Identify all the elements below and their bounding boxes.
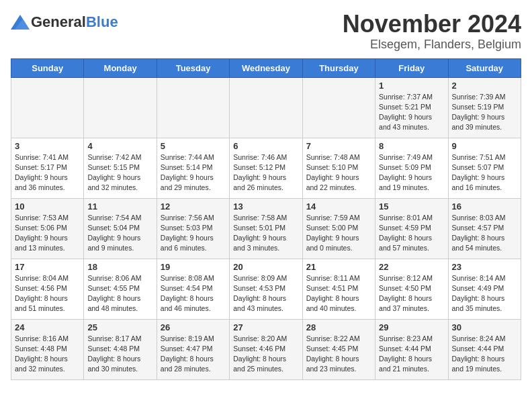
calendar-cell: 4Sunrise: 7:42 AMSunset: 5:15 PMDaylight…: [84, 138, 157, 198]
logo: GeneralBlue: [11, 13, 118, 31]
calendar-cell: 22Sunrise: 8:12 AMSunset: 4:50 PMDayligh…: [375, 259, 448, 319]
day-number: 29: [379, 322, 444, 332]
logo-blue-text: Blue: [86, 13, 118, 31]
day-info: Sunrise: 8:14 AMSunset: 4:49 PMDaylight:…: [452, 273, 517, 314]
day-info: Sunrise: 8:24 AMSunset: 4:44 PMDaylight:…: [452, 334, 517, 375]
calendar-cell: 23Sunrise: 8:14 AMSunset: 4:49 PMDayligh…: [448, 259, 521, 319]
day-info: Sunrise: 7:59 AMSunset: 5:00 PMDaylight:…: [306, 213, 371, 254]
day-info: Sunrise: 7:56 AMSunset: 5:03 PMDaylight:…: [161, 213, 226, 254]
day-number: 19: [161, 262, 226, 272]
calendar-cell: 14Sunrise: 7:59 AMSunset: 5:00 PMDayligh…: [302, 198, 375, 259]
day-info: Sunrise: 8:06 AMSunset: 4:55 PMDaylight:…: [87, 273, 152, 314]
calendar-cell: 17Sunrise: 8:04 AMSunset: 4:56 PMDayligh…: [11, 259, 84, 319]
calendar-cell: 2Sunrise: 7:39 AMSunset: 5:19 PMDaylight…: [448, 77, 521, 138]
day-number: 7: [306, 141, 371, 151]
header-day-tuesday: Tuesday: [157, 58, 229, 77]
calendar-cell: [302, 77, 375, 138]
calendar-cell: 7Sunrise: 7:48 AMSunset: 5:10 PMDaylight…: [302, 138, 375, 198]
header-day-saturday: Saturday: [448, 58, 521, 77]
day-number: 12: [161, 201, 226, 212]
day-info: Sunrise: 7:48 AMSunset: 5:10 PMDaylight:…: [306, 152, 371, 193]
calendar-cell: 28Sunrise: 8:22 AMSunset: 4:45 PMDayligh…: [302, 319, 375, 379]
day-info: Sunrise: 8:01 AMSunset: 4:59 PMDaylight:…: [379, 213, 444, 254]
calendar-cell: 3Sunrise: 7:41 AMSunset: 5:17 PMDaylight…: [11, 138, 84, 198]
calendar-cell: 8Sunrise: 7:49 AMSunset: 5:09 PMDaylight…: [375, 138, 448, 198]
day-info: Sunrise: 8:23 AMSunset: 4:44 PMDaylight:…: [379, 334, 444, 375]
calendar-cell: 6Sunrise: 7:46 AMSunset: 5:12 PMDaylight…: [230, 138, 302, 198]
calendar-cell: 5Sunrise: 7:44 AMSunset: 5:14 PMDaylight…: [157, 138, 229, 198]
day-number: 22: [379, 262, 444, 272]
calendar-cell: 20Sunrise: 8:09 AMSunset: 4:53 PMDayligh…: [230, 259, 302, 319]
calendar-cell: [84, 77, 157, 138]
day-info: Sunrise: 7:46 AMSunset: 5:12 PMDaylight:…: [233, 152, 298, 193]
calendar-table: SundayMondayTuesdayWednesdayThursdayFrid…: [11, 58, 521, 380]
day-info: Sunrise: 7:53 AMSunset: 5:06 PMDaylight:…: [15, 213, 80, 254]
day-info: Sunrise: 8:09 AMSunset: 4:53 PMDaylight:…: [233, 273, 298, 314]
header-day-thursday: Thursday: [302, 58, 375, 77]
calendar-header-row: SundayMondayTuesdayWednesdayThursdayFrid…: [11, 58, 521, 77]
calendar-cell: 18Sunrise: 8:06 AMSunset: 4:55 PMDayligh…: [84, 259, 157, 319]
day-number: 27: [233, 322, 298, 332]
day-info: Sunrise: 7:54 AMSunset: 5:04 PMDaylight:…: [87, 213, 152, 254]
title-block: November 2024 Elsegem, Flanders, Belgium: [343, 11, 521, 52]
calendar-week-row: 3Sunrise: 7:41 AMSunset: 5:17 PMDaylight…: [11, 138, 521, 198]
day-number: 1: [379, 81, 444, 91]
day-number: 3: [15, 141, 80, 151]
day-number: 30: [452, 322, 517, 332]
calendar-cell: 16Sunrise: 8:03 AMSunset: 4:57 PMDayligh…: [448, 198, 521, 259]
day-number: 24: [15, 322, 80, 332]
day-info: Sunrise: 8:12 AMSunset: 4:50 PMDaylight:…: [379, 273, 444, 314]
header-day-friday: Friday: [375, 58, 448, 77]
calendar-cell: 25Sunrise: 8:17 AMSunset: 4:48 PMDayligh…: [84, 319, 157, 379]
calendar-cell: 13Sunrise: 7:58 AMSunset: 5:01 PMDayligh…: [230, 198, 302, 259]
day-number: 26: [161, 322, 226, 332]
day-number: 20: [233, 262, 298, 272]
day-info: Sunrise: 7:42 AMSunset: 5:15 PMDaylight:…: [87, 152, 152, 193]
day-info: Sunrise: 8:22 AMSunset: 4:45 PMDaylight:…: [306, 334, 371, 375]
calendar-week-row: 10Sunrise: 7:53 AMSunset: 5:06 PMDayligh…: [11, 198, 521, 259]
day-info: Sunrise: 8:08 AMSunset: 4:54 PMDaylight:…: [161, 273, 226, 314]
day-number: 5: [161, 141, 226, 151]
day-info: Sunrise: 8:17 AMSunset: 4:48 PMDaylight:…: [87, 334, 152, 375]
calendar-title: November 2024: [343, 11, 521, 38]
day-number: 15: [379, 201, 444, 212]
calendar-cell: [157, 77, 229, 138]
header-day-sunday: Sunday: [11, 58, 84, 77]
header-day-wednesday: Wednesday: [230, 58, 302, 77]
day-info: Sunrise: 7:58 AMSunset: 5:01 PMDaylight:…: [233, 213, 298, 254]
calendar-cell: 12Sunrise: 7:56 AMSunset: 5:03 PMDayligh…: [157, 198, 229, 259]
calendar-cell: [230, 77, 302, 138]
day-number: 10: [15, 201, 80, 212]
day-number: 28: [306, 322, 371, 332]
day-number: 9: [452, 141, 517, 151]
day-number: 11: [87, 201, 152, 212]
calendar-cell: 30Sunrise: 8:24 AMSunset: 4:44 PMDayligh…: [448, 319, 521, 379]
day-number: 14: [306, 201, 371, 212]
day-info: Sunrise: 7:44 AMSunset: 5:14 PMDaylight:…: [161, 152, 226, 193]
calendar-cell: [11, 77, 84, 138]
calendar-cell: 29Sunrise: 8:23 AMSunset: 4:44 PMDayligh…: [375, 319, 448, 379]
calendar-cell: 19Sunrise: 8:08 AMSunset: 4:54 PMDayligh…: [157, 259, 229, 319]
day-info: Sunrise: 7:41 AMSunset: 5:17 PMDaylight:…: [15, 152, 80, 193]
day-info: Sunrise: 7:51 AMSunset: 5:07 PMDaylight:…: [452, 152, 517, 193]
day-info: Sunrise: 8:03 AMSunset: 4:57 PMDaylight:…: [452, 213, 517, 254]
calendar-cell: 1Sunrise: 7:37 AMSunset: 5:21 PMDaylight…: [375, 77, 448, 138]
day-info: Sunrise: 8:19 AMSunset: 4:47 PMDaylight:…: [161, 334, 226, 375]
header: GeneralBlue November 2024 Elsegem, Fland…: [11, 11, 521, 52]
calendar-week-row: 17Sunrise: 8:04 AMSunset: 4:56 PMDayligh…: [11, 259, 521, 319]
day-number: 23: [452, 262, 517, 272]
day-info: Sunrise: 8:11 AMSunset: 4:51 PMDaylight:…: [306, 273, 371, 314]
calendar-cell: 27Sunrise: 8:20 AMSunset: 4:46 PMDayligh…: [230, 319, 302, 379]
day-number: 25: [87, 322, 152, 332]
day-number: 18: [87, 262, 152, 272]
day-number: 21: [306, 262, 371, 272]
calendar-week-row: 1Sunrise: 7:37 AMSunset: 5:21 PMDaylight…: [11, 77, 521, 138]
day-info: Sunrise: 8:16 AMSunset: 4:48 PMDaylight:…: [15, 334, 80, 375]
day-number: 17: [15, 262, 80, 272]
day-info: Sunrise: 8:04 AMSunset: 4:56 PMDaylight:…: [15, 273, 80, 314]
calendar-week-row: 24Sunrise: 8:16 AMSunset: 4:48 PMDayligh…: [11, 319, 521, 379]
logo-icon: [11, 15, 30, 30]
calendar-cell: 10Sunrise: 7:53 AMSunset: 5:06 PMDayligh…: [11, 198, 84, 259]
day-info: Sunrise: 7:37 AMSunset: 5:21 PMDaylight:…: [379, 92, 444, 133]
day-number: 2: [452, 81, 517, 91]
